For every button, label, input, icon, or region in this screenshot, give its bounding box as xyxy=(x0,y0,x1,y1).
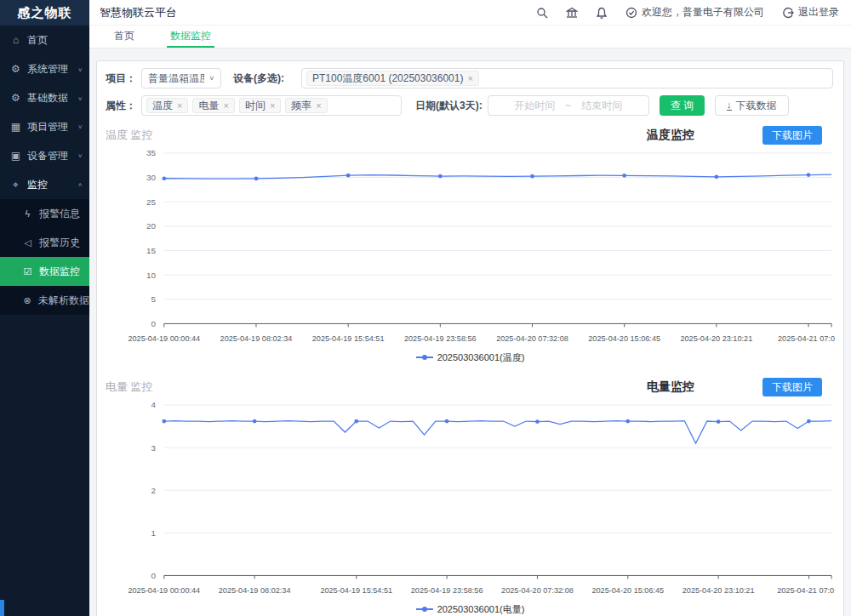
electricity-legend[interactable]: 202503036001(电量) xyxy=(106,602,835,616)
svg-text:0: 0 xyxy=(151,571,156,580)
app-logo: 感之物联 xyxy=(0,0,89,26)
svg-text:2025-04-20 15:06:45: 2025-04-20 15:06:45 xyxy=(591,586,664,595)
bank-icon[interactable] xyxy=(566,7,578,19)
sidebar-item-unparsed-data[interactable]: ⊗ 未解析数据 xyxy=(0,286,89,315)
sidebar-item-data-monitor[interactable]: ☑ 数据监控 xyxy=(0,257,89,286)
svg-text:1: 1 xyxy=(151,528,155,538)
svg-text:3: 3 xyxy=(151,443,156,453)
date-label: 日期(默认3天): xyxy=(415,99,483,113)
svg-text:2025-04-20 23:10:21: 2025-04-20 23:10:21 xyxy=(680,334,752,343)
date-range-input[interactable]: 开始时间 ~ 结束时间 xyxy=(488,95,649,116)
svg-text:20: 20 xyxy=(146,221,156,231)
svg-text:15: 15 xyxy=(146,246,156,255)
lightning-icon: ϟ xyxy=(22,208,33,219)
query-button[interactable]: 查 询 xyxy=(660,95,705,116)
temperature-chart-header: 温度 监控 温度监控 下载图片 xyxy=(106,124,835,146)
unparsed-icon: ⊗ xyxy=(22,295,32,306)
close-icon[interactable]: × xyxy=(223,100,228,111)
attr-tag[interactable]: 时间 × xyxy=(239,98,281,113)
welcome-user[interactable]: 欢迎您，普量电子有限公司 xyxy=(625,5,764,20)
electricity-chart-title: 电量监控 xyxy=(647,379,694,395)
pin-icon: ⌖ xyxy=(10,179,21,191)
sidebar-item-label: 监控 xyxy=(27,178,48,192)
grid-icon: ▦ xyxy=(10,121,21,133)
search-icon[interactable] xyxy=(536,7,548,19)
svg-text:2: 2 xyxy=(151,486,155,495)
content-area: 项目： 普量温箱温度... ∨ 设备(多选): PT100温度6001 (202… xyxy=(89,48,851,616)
chevron-down-icon: ∨ xyxy=(208,75,214,82)
electricity-section-title: 电量 监控 xyxy=(106,379,153,395)
app-window: 感之物联 ⌂ 首页 ⚙ 系统管理 ∨ ⚙ 基础数据 ∨ ▦ 项目管理 ∨ ▣ 设… xyxy=(0,0,851,616)
electricity-chart-header: 电量 监控 电量监控 下载图片 xyxy=(106,376,835,398)
legend-marker-icon xyxy=(416,608,433,610)
monitor-submenu: ϟ 报警信息 ◁ 报警历史 ☑ 数据监控 ⊗ 未解析数据 xyxy=(0,199,89,315)
sidebar-item-device[interactable]: ▣ 设备管理 ∨ xyxy=(0,141,89,170)
sidebar-item-label: 项目管理 xyxy=(27,120,68,134)
close-icon[interactable]: × xyxy=(177,100,182,111)
temperature-section-title: 温度 监控 xyxy=(106,128,153,143)
sidebar-item-label: 设备管理 xyxy=(27,149,68,163)
svg-text:25: 25 xyxy=(146,197,156,207)
attr-tag[interactable]: 电量 × xyxy=(192,98,234,113)
svg-text:2025-04-19 15:54:51: 2025-04-19 15:54:51 xyxy=(320,586,392,595)
close-icon[interactable]: × xyxy=(270,100,275,111)
logout-icon xyxy=(782,7,794,19)
svg-text:2025-04-19 23:58:56: 2025-04-19 23:58:56 xyxy=(411,586,483,595)
sidebar-item-project[interactable]: ▦ 项目管理 ∨ xyxy=(0,112,89,141)
svg-text:2025-04-21 07:02: 2025-04-21 07:02 xyxy=(778,334,835,343)
chevron-down-icon: ∨ xyxy=(77,123,83,129)
welcome-text: 欢迎您，普量电子有限公司 xyxy=(642,5,764,20)
download-image-button[interactable]: 下载图片 xyxy=(762,126,822,145)
chevron-up-icon: ∧ xyxy=(77,181,83,187)
attr-tag[interactable]: 频率 × xyxy=(285,98,327,113)
svg-text:0: 0 xyxy=(151,319,156,328)
tab-home[interactable]: 首页 xyxy=(111,26,138,48)
attr-tag[interactable]: 温度 × xyxy=(146,98,188,113)
page-title: 智慧物联云平台 xyxy=(100,5,177,20)
svg-text:30: 30 xyxy=(146,173,156,182)
svg-text:5: 5 xyxy=(151,294,156,304)
header-actions: 欢迎您，普量电子有限公司 退出登录 xyxy=(536,5,839,20)
chevron-down-icon: ∨ xyxy=(77,94,83,100)
logout-button[interactable]: 退出登录 xyxy=(782,5,839,20)
sidebar-item-alarm-history[interactable]: ◁ 报警历史 xyxy=(0,228,89,257)
sidebar-item-alarm-info[interactable]: ϟ 报警信息 xyxy=(0,199,89,228)
date-end-placeholder: 结束时间 xyxy=(581,99,622,113)
svg-text:2025-04-19 00:00:44: 2025-04-19 00:00:44 xyxy=(128,586,200,595)
device-label: 设备(多选): xyxy=(233,71,284,86)
sidebar-item-basedata[interactable]: ⚙ 基础数据 ∨ xyxy=(0,83,89,112)
sidebar-item-label: 首页 xyxy=(27,33,48,48)
tab-bar: 首页 数据监控 xyxy=(89,26,851,48)
svg-text:10: 10 xyxy=(146,271,156,280)
close-icon[interactable]: × xyxy=(467,73,472,83)
temperature-chart: 051015202530352025-04-19 00:00:442025-04… xyxy=(106,146,835,351)
monitor-panel: 项目： 普量温箱温度... ∨ 设备(多选): PT100温度6001 (202… xyxy=(96,60,844,616)
svg-text:2025-04-20 07:32:08: 2025-04-20 07:32:08 xyxy=(496,334,568,343)
attribute-multiselect[interactable]: 温度 × 电量 × 时间 × 频率 × xyxy=(141,95,402,116)
svg-text:2025-04-19 15:54:51: 2025-04-19 15:54:51 xyxy=(312,334,385,343)
svg-text:35: 35 xyxy=(146,148,156,157)
sidebar-item-system[interactable]: ⚙ 系统管理 ∨ xyxy=(0,54,89,83)
sidebar-item-label: 系统管理 xyxy=(27,62,68,77)
gear-icon: ⚙ xyxy=(10,63,21,75)
close-icon[interactable]: × xyxy=(316,100,321,111)
svg-text:2025-04-19 23:58:56: 2025-04-19 23:58:56 xyxy=(404,334,477,343)
sidebar-item-label: 基础数据 xyxy=(27,91,68,106)
tab-data-monitor[interactable]: 数据监控 xyxy=(167,26,214,48)
sidebar-scrollbar-thumb[interactable] xyxy=(0,600,4,616)
sidebar-item-home[interactable]: ⌂ 首页 xyxy=(0,26,89,54)
bell-icon[interactable] xyxy=(596,7,608,19)
project-select[interactable]: 普量温箱温度... ∨ xyxy=(141,68,221,88)
top-header: 智慧物联云平台 欢迎您，普量电子有限公司 退出登录 xyxy=(89,0,851,26)
download-icon: ↓ xyxy=(727,100,732,111)
sidebar-item-monitor[interactable]: ⌖ 监控 ∧ xyxy=(0,170,89,199)
home-icon: ⌂ xyxy=(10,34,21,46)
download-image-button[interactable]: 下载图片 xyxy=(762,378,822,396)
circle-check-icon xyxy=(625,7,637,19)
svg-text:2025-04-21 07:02:: 2025-04-21 07:02: xyxy=(777,586,835,595)
device-tag[interactable]: PT100温度6001 (202503036001) × xyxy=(306,71,479,86)
device-multiselect[interactable]: PT100温度6001 (202503036001) × xyxy=(301,68,833,88)
download-data-button[interactable]: ↓ 下载数据 xyxy=(715,95,789,116)
temperature-legend[interactable]: 202503036001(温度) xyxy=(106,351,835,364)
gear-icon: ⚙ xyxy=(10,92,21,104)
